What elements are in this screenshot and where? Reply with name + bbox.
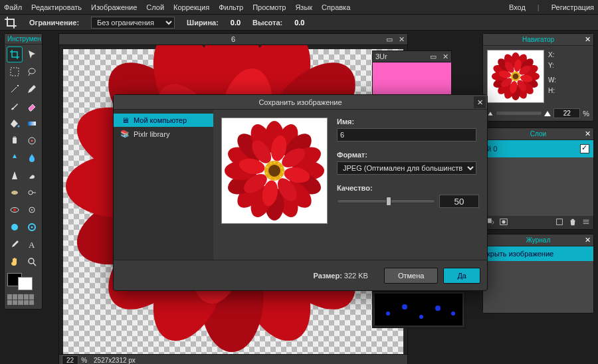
navigator-zoom-input[interactable] <box>553 108 580 118</box>
svg-point-44 <box>11 191 18 195</box>
eraser-tool[interactable] <box>25 99 39 114</box>
marquee-tool[interactable] <box>7 64 22 79</box>
svg-point-50 <box>11 224 18 230</box>
clone-tool[interactable] <box>7 134 22 148</box>
delete-layer-icon[interactable] <box>568 217 577 228</box>
menu-filter[interactable]: Фильтр <box>219 3 243 11</box>
sep: | <box>538 3 540 11</box>
menu-file[interactable]: Файл <box>4 3 22 11</box>
svg-point-60 <box>402 304 407 310</box>
menu-image[interactable]: Изображение <box>91 3 137 11</box>
login-link[interactable]: Вход <box>509 3 526 11</box>
svg-point-52 <box>31 227 33 228</box>
lasso-tool[interactable] <box>25 64 39 79</box>
spot-tool[interactable] <box>25 203 39 217</box>
visibility-checkbox[interactable] <box>580 144 589 153</box>
close-icon[interactable]: ✕ <box>583 236 592 245</box>
save-dialog: Сохранить изображение ✕ 🖥 Мой компьютер … <box>113 94 488 291</box>
sharpen-tool[interactable] <box>7 168 22 183</box>
crop-tool[interactable] <box>7 47 22 62</box>
smudge-tool[interactable] <box>25 168 39 183</box>
width-label: Ширина: <box>187 19 219 27</box>
zoom-tool[interactable] <box>25 254 39 269</box>
maximize-icon[interactable]: ▭ <box>385 35 394 44</box>
dest-pixlr-library[interactable]: 📚 Pixlr library <box>114 127 213 141</box>
menu-help[interactable]: Справка <box>322 3 350 11</box>
register-link[interactable]: Регистрация <box>551 3 594 11</box>
menu-edit[interactable]: Редактировать <box>31 3 82 11</box>
wand-tool[interactable] <box>7 82 22 96</box>
quality-slider[interactable] <box>337 199 435 203</box>
zoom-out-icon[interactable] <box>488 112 493 116</box>
move-tool[interactable] <box>25 47 39 62</box>
svg-rect-39 <box>28 122 36 126</box>
brush-tool[interactable] <box>7 99 22 114</box>
draw-tool[interactable] <box>7 151 22 165</box>
layers-menu-icon[interactable] <box>581 217 591 228</box>
ok-button[interactable]: Да <box>443 268 480 284</box>
dialog-titlebar[interactable]: Сохранить изображение ✕ <box>114 95 487 110</box>
toolbox-panel: Инструмен A <box>4 33 43 310</box>
hand-tool[interactable] <box>7 254 22 269</box>
bloat-tool[interactable] <box>7 220 22 234</box>
menu-view[interactable]: Просмотр <box>252 3 286 11</box>
replace-tool[interactable] <box>25 134 39 148</box>
name-label: Имя: <box>337 118 479 126</box>
format-label: Формат: <box>337 151 479 159</box>
menu-layer[interactable]: Слой <box>146 3 164 11</box>
pinch-tool[interactable] <box>25 220 39 234</box>
dodge-tool[interactable] <box>25 185 39 200</box>
constraint-select[interactable]: Без ограничения <box>91 17 175 29</box>
maximize-icon[interactable]: ▭ <box>429 52 438 61</box>
navigator-title: Навигатор <box>522 36 554 43</box>
close-icon[interactable]: ✕ <box>397 35 406 44</box>
blur-tool[interactable] <box>25 151 39 165</box>
canvas-title: 6 <box>231 35 235 43</box>
journal-title: Журнал <box>526 236 551 244</box>
close-icon[interactable]: ✕ <box>441 52 450 61</box>
canvas-dims: 2527x2312 px <box>94 357 136 364</box>
close-icon[interactable]: ✕ <box>474 96 486 108</box>
dialog-title: Сохранить изображение <box>258 98 342 106</box>
svg-point-37 <box>29 68 35 74</box>
name-input[interactable] <box>337 128 476 141</box>
redeye-tool[interactable] <box>7 203 22 217</box>
pencil-tool[interactable] <box>25 82 39 96</box>
quality-label: Качество: <box>337 184 479 192</box>
zoom-slider[interactable] <box>496 112 542 115</box>
picker-tool[interactable] <box>7 237 22 252</box>
cancel-button[interactable]: Отмена <box>384 268 438 284</box>
menu-adjustment[interactable]: Коррекция <box>173 3 209 11</box>
sponge-tool[interactable] <box>7 185 22 200</box>
menu-bar: Файл Редактировать Изображение Слой Корр… <box>0 0 598 15</box>
zoom-value[interactable]: 22 <box>62 355 78 364</box>
bucket-tool[interactable] <box>7 116 22 131</box>
dest-my-computer[interactable]: 🖥 Мой компьютер <box>114 114 213 127</box>
type-tool[interactable]: A <box>25 237 39 252</box>
menu-language[interactable]: Язык <box>295 3 312 11</box>
svg-rect-40 <box>13 137 17 143</box>
secondary-titlebar[interactable]: 3Ur ▭ ✕ <box>372 50 452 62</box>
close-icon[interactable]: ✕ <box>583 130 592 139</box>
svg-rect-58 <box>557 219 563 225</box>
swatch-grid[interactable] <box>7 294 34 305</box>
toolbox-title: Инструмен <box>5 34 42 45</box>
history-item[interactable]: крыть изображение <box>483 246 593 261</box>
layer-row[interactable]: й 0 <box>483 140 593 157</box>
new-layer-icon[interactable] <box>555 217 564 228</box>
layers-panel: Слои ✕ й 0 <box>482 128 594 230</box>
layer-mask-icon[interactable] <box>499 217 508 228</box>
navigator-thumb[interactable] <box>487 50 544 103</box>
close-icon[interactable]: ✕ <box>583 35 592 45</box>
format-select[interactable]: JPEG (Оптимален для большинства фотогра <box>337 161 476 175</box>
navigator-panel: Навигатор ✕ X:Y: W:H: % <box>482 33 594 122</box>
quality-input[interactable] <box>439 195 479 208</box>
zoom-in-icon[interactable] <box>544 111 551 116</box>
pct-icon: % <box>81 357 87 364</box>
layers-footer <box>483 216 593 229</box>
svg-point-61 <box>419 315 423 319</box>
svg-point-59 <box>386 312 390 316</box>
color-swatches[interactable] <box>5 272 42 293</box>
gradient-tool[interactable] <box>25 116 39 131</box>
canvas-titlebar[interactable]: 6 ▭ ✕ <box>58 33 408 45</box>
